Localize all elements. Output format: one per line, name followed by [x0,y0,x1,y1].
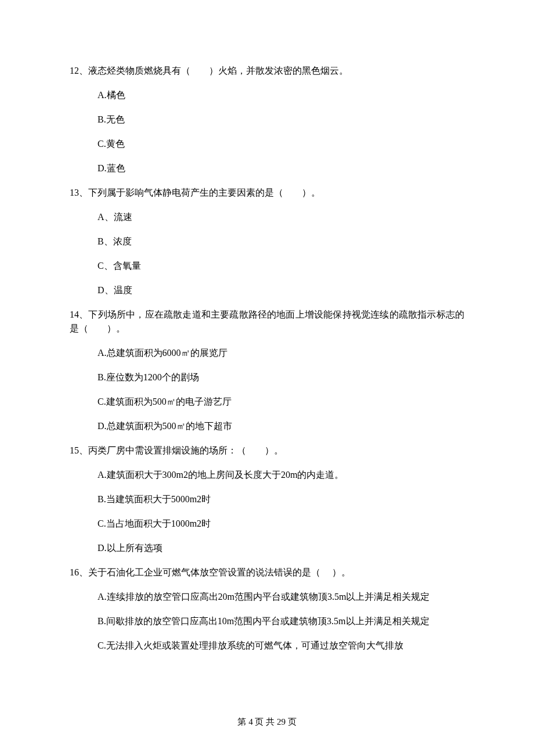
option-a: A.橘色 [98,88,464,102]
question-text: 14、下列场所中，应在疏散走道和主要疏散路径的地面上增设能保持视觉连续的疏散指示… [70,308,464,336]
option-c: C、含氧量 [98,259,464,273]
option-list: A.建筑面积大于300m2的地上房间及长度大于20m的内走道。 B.当建筑面积大… [70,468,464,555]
option-a: A、流速 [98,210,464,224]
question-13: 13、下列属于影响气体静电荷产生的主要因素的是（ ）。 A、流速 B、浓度 C、… [70,186,464,297]
question-number: 12、 [70,66,88,75]
question-stem: 丙类厂房中需设置排烟设施的场所：（ ）。 [88,445,283,455]
option-c: C.无法排入火炬或装置处理排放系统的可燃气体，可通过放空管向大气排放 [98,639,464,653]
question-15: 15、丙类厂房中需设置排烟设施的场所：（ ）。 A.建筑面积大于300m2的地上… [70,444,464,555]
option-a: A.总建筑面积为6000㎡的展览厅 [98,346,464,360]
option-d: D.总建筑面积为500㎡的地下超市 [98,419,464,433]
option-b: B.座位数为1200个的剧场 [98,370,464,384]
question-text: 15、丙类厂房中需设置排烟设施的场所：（ ）。 [70,444,464,458]
document-page: 12、液态烃类物质燃烧具有（ ）火焰，并散发浓密的黑色烟云。 A.橘色 B.无色… [0,0,534,756]
option-list: A、流速 B、浓度 C、含氧量 D、温度 [70,210,464,297]
question-stem: 下列属于影响气体静电荷产生的主要因素的是（ ）。 [88,188,320,197]
option-b: B.间歇排放的放空管口应高出10m范围内平台或建筑物顶3.5m以上并满足相关规定 [98,614,464,628]
option-list: A.连续排放的放空管口应高出20m范围内平台或建筑物顶3.5m以上并满足相关规定… [70,590,464,653]
question-number: 14、 [70,309,88,319]
option-a: A.建筑面积大于300m2的地上房间及长度大于20m的内走道。 [98,468,464,482]
option-b: B.无色 [98,113,464,127]
option-d: D、温度 [98,283,464,297]
option-d: D.以上所有选项 [98,541,464,555]
question-14: 14、下列场所中，应在疏散走道和主要疏散路径的地面上增设能保持视觉连续的疏散指示… [70,308,464,433]
option-b: B、浓度 [98,235,464,249]
question-number: 13、 [70,188,88,197]
question-text: 13、下列属于影响气体静电荷产生的主要因素的是（ ）。 [70,186,464,200]
option-c: C.当占地面积大于1000m2时 [98,517,464,531]
page-footer: 第 4 页 共 29 页 [0,715,534,729]
question-12: 12、液态烃类物质燃烧具有（ ）火焰，并散发浓密的黑色烟云。 A.橘色 B.无色… [70,64,464,175]
question-number: 15、 [70,445,88,455]
question-number: 16、 [70,567,88,577]
option-c: C.建筑面积为500㎡的电子游艺厅 [98,395,464,409]
option-list: A.总建筑面积为6000㎡的展览厅 B.座位数为1200个的剧场 C.建筑面积为… [70,346,464,433]
question-stem: 液态烃类物质燃烧具有（ ）火焰，并散发浓密的黑色烟云。 [88,66,348,75]
option-b: B.当建筑面积大于5000m2时 [98,492,464,506]
question-stem: 关于石油化工企业可燃气体放空管设置的说法错误的是（ ）。 [88,567,351,577]
option-c: C.黄色 [98,137,464,151]
option-list: A.橘色 B.无色 C.黄色 D.蓝色 [70,88,464,175]
option-a: A.连续排放的放空管口应高出20m范围内平台或建筑物顶3.5m以上并满足相关规定 [98,590,464,604]
option-d: D.蓝色 [98,161,464,175]
question-stem: 下列场所中，应在疏散走道和主要疏散路径的地面上增设能保持视觉连续的疏散指示标志的… [70,309,464,333]
question-text: 12、液态烃类物质燃烧具有（ ）火焰，并散发浓密的黑色烟云。 [70,64,464,78]
question-text: 16、关于石油化工企业可燃气体放空管设置的说法错误的是（ ）。 [70,566,464,579]
question-16: 16、关于石油化工企业可燃气体放空管设置的说法错误的是（ ）。 A.连续排放的放… [70,566,464,653]
